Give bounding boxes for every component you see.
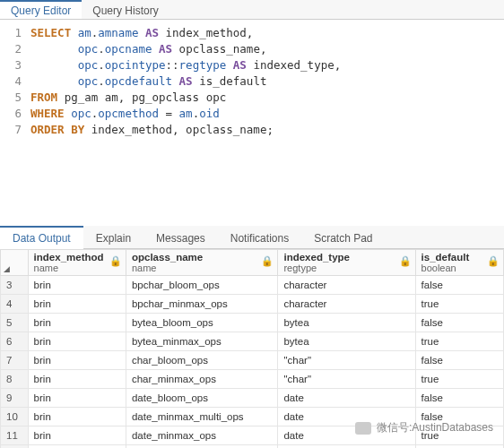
row-number[interactable]: 5 — [1, 314, 29, 332]
result-grid[interactable]: ◢ index_methodname🔒opclass_namename🔒inde… — [0, 249, 504, 448]
code-line[interactable]: 6WHERE opc.opcmethod = am.oid — [0, 106, 504, 122]
cell[interactable]: char_minmax_ops — [126, 370, 278, 389]
cell[interactable]: brin — [28, 389, 126, 408]
cell[interactable]: date_minmax_multi_ops — [126, 408, 278, 426]
cell[interactable]: bytea_minmax_ops — [126, 332, 278, 351]
code-text[interactable]: ORDER BY index_method, opclass_name; — [30, 122, 274, 138]
cell[interactable]: date — [278, 389, 415, 408]
tab-messages[interactable]: Messages — [143, 226, 218, 249]
code-text[interactable]: opc.opcname AS opclass_name, — [30, 41, 266, 57]
cell[interactable]: true — [415, 295, 503, 314]
cell[interactable]: false — [415, 389, 503, 408]
cell[interactable]: date — [278, 426, 415, 445]
column-header-indexed_type[interactable]: indexed_typeregtype🔒 — [278, 250, 415, 276]
code-text[interactable]: opc.opcdefault AS is_default — [30, 73, 266, 90]
cell[interactable]: bpchar_bloom_ops — [126, 276, 278, 295]
row-number[interactable]: 8 — [1, 370, 29, 389]
table-row[interactable]: 3brinbpchar_bloom_opscharacterfalse — [1, 276, 504, 295]
tab-query-editor[interactable]: Query Editor — [0, 0, 82, 19]
column-title: index_method — [34, 252, 120, 263]
line-number: 2 — [0, 41, 30, 57]
code-text[interactable]: SELECT am.amname AS index_method, — [30, 25, 253, 41]
row-number[interactable]: 11 — [1, 426, 29, 445]
code-line[interactable]: 5FROM pg_am am, pg_opclass opc — [0, 90, 504, 106]
lock-icon: 🔒 — [261, 255, 274, 267]
table-row[interactable]: 5brinbytea_bloom_opsbyteafalse — [1, 314, 504, 332]
row-number-header[interactable]: ◢ — [1, 250, 29, 276]
cell[interactable]: true — [415, 426, 503, 445]
cell[interactable]: brin — [28, 276, 126, 295]
cell[interactable]: brin — [28, 351, 126, 370]
row-number[interactable]: 4 — [1, 295, 29, 314]
cell[interactable]: "char" — [278, 370, 415, 389]
column-header-opclass_name[interactable]: opclass_namename🔒 — [126, 250, 278, 276]
column-header-is_default[interactable]: is_defaultboolean🔒 — [415, 250, 503, 276]
code-text[interactable]: WHERE opc.opcmethod = am.oid — [30, 106, 220, 122]
column-header-index_method[interactable]: index_methodname🔒 — [28, 250, 126, 276]
cell[interactable]: brin — [28, 332, 126, 351]
tab-notifications[interactable]: Notifications — [218, 226, 301, 249]
tab-explain[interactable]: Explain — [83, 226, 143, 249]
code-line[interactable]: 3 opc.opcintype::regtype AS indexed_type… — [0, 57, 504, 73]
table-row[interactable]: 9brindate_bloom_opsdatefalse — [1, 389, 504, 408]
cell[interactable]: brin — [28, 445, 126, 449]
row-number[interactable]: 12 — [1, 445, 29, 449]
cell[interactable]: true — [415, 370, 503, 389]
code-line[interactable]: 4 opc.opcdefault AS is_default — [0, 73, 504, 90]
code-line[interactable]: 7ORDER BY index_method, opclass_name; — [0, 122, 504, 138]
table-row[interactable]: 8brinchar_minmax_ops"char"true — [1, 370, 504, 389]
cell[interactable]: bpchar_minmax_ops — [126, 295, 278, 314]
row-number[interactable]: 10 — [1, 408, 29, 426]
line-number: 1 — [0, 25, 30, 41]
row-number[interactable]: 3 — [1, 276, 29, 295]
row-number[interactable]: 7 — [1, 351, 29, 370]
cell[interactable]: false — [415, 408, 503, 426]
cell[interactable]: bytea_bloom_ops — [126, 314, 278, 332]
row-number[interactable]: 9 — [1, 389, 29, 408]
table-row[interactable]: 4brinbpchar_minmax_opscharactertrue — [1, 295, 504, 314]
cell[interactable]: false — [415, 314, 503, 332]
row-number[interactable]: 6 — [1, 332, 29, 351]
cell[interactable]: brin — [28, 295, 126, 314]
cell[interactable]: false — [415, 351, 503, 370]
lock-icon: 🔒 — [487, 255, 500, 267]
cell[interactable]: date_minmax_ops — [126, 426, 278, 445]
table-row[interactable]: 7brinchar_bloom_ops"char"false — [1, 351, 504, 370]
tab-scratch-pad[interactable]: Scratch Pad — [301, 226, 385, 249]
cell[interactable]: false — [415, 276, 503, 295]
cell[interactable]: real — [278, 445, 415, 449]
line-number: 3 — [0, 57, 30, 73]
column-title: opclass_name — [132, 252, 273, 263]
cell[interactable]: "char" — [278, 351, 415, 370]
cell[interactable]: char_bloom_ops — [126, 351, 278, 370]
table-row[interactable]: 10brindate_minmax_multi_opsdatefalse — [1, 408, 504, 426]
sql-editor[interactable]: 1SELECT am.amname AS index_method,2 opc.… — [0, 20, 504, 226]
column-type: name — [132, 263, 273, 273]
cell[interactable]: brin — [28, 408, 126, 426]
code-text[interactable]: opc.opcintype::regtype AS indexed_type, — [30, 57, 341, 73]
code-line[interactable]: 1SELECT am.amname AS index_method, — [0, 25, 504, 41]
table-row[interactable]: 6brinbytea_minmax_opsbyteatrue — [1, 332, 504, 351]
cell[interactable]: bytea — [278, 314, 415, 332]
table-row[interactable]: 11brindate_minmax_opsdatetrue — [1, 426, 504, 445]
cell[interactable]: brin — [28, 426, 126, 445]
sort-icon: ◢ — [4, 264, 10, 273]
cell[interactable]: true — [415, 332, 503, 351]
cell[interactable]: brin — [28, 370, 126, 389]
cell[interactable]: character — [278, 295, 415, 314]
lock-icon: 🔒 — [399, 255, 412, 267]
table-row[interactable]: 12brinfloat4_bloom_opsrealfalse — [1, 445, 504, 449]
cell[interactable]: float4_bloom_ops — [126, 445, 278, 449]
cell[interactable]: bytea — [278, 332, 415, 351]
tab-data-output[interactable]: Data Output — [0, 226, 83, 249]
cell[interactable]: false — [415, 445, 503, 449]
line-number: 5 — [0, 90, 30, 106]
cell[interactable]: date — [278, 408, 415, 426]
column-title: indexed_type — [283, 252, 409, 263]
code-line[interactable]: 2 opc.opcname AS opclass_name, — [0, 41, 504, 57]
code-text[interactable]: FROM pg_am am, pg_opclass opc — [30, 90, 226, 106]
cell[interactable]: date_bloom_ops — [126, 389, 278, 408]
cell[interactable]: brin — [28, 314, 126, 332]
tab-query-history[interactable]: Query History — [82, 0, 169, 19]
cell[interactable]: character — [278, 276, 415, 295]
